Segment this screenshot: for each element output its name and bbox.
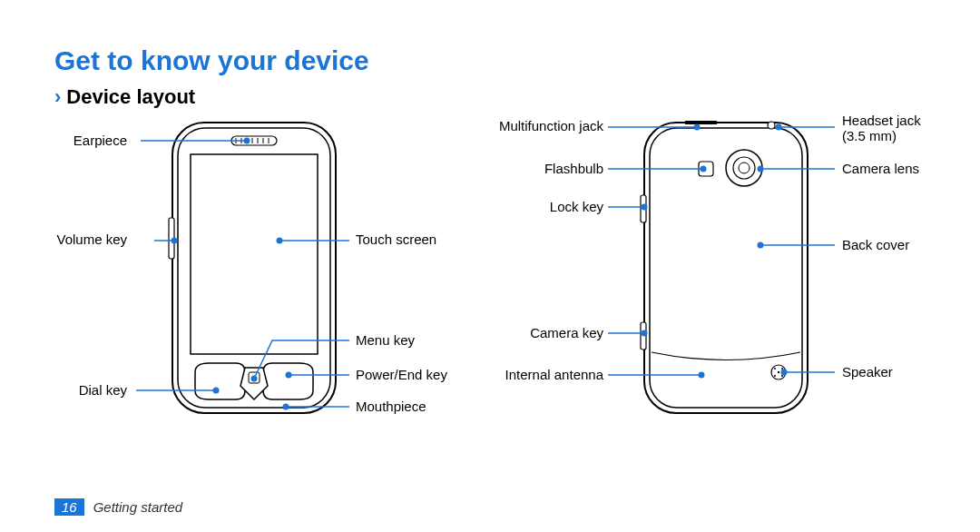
svg-point-42	[781, 375, 783, 377]
svg-point-39	[774, 368, 776, 369]
label-volume-key: Volume key	[27, 232, 127, 247]
svg-point-38	[778, 371, 779, 373]
label-dial-key: Dial key	[27, 382, 127, 398]
svg-point-13	[284, 405, 288, 409]
label-touch-screen: Touch screen	[356, 232, 436, 247]
svg-rect-35	[641, 195, 646, 222]
label-lock-key: Lock key	[481, 199, 603, 214]
svg-rect-36	[641, 322, 646, 350]
page-title: Get to know your device	[54, 45, 926, 76]
chapter-name: Getting started	[93, 499, 182, 515]
section-heading: Device layout	[66, 85, 195, 109]
page-footer: 16 Getting started	[54, 498, 182, 516]
svg-rect-12	[169, 218, 174, 259]
label-flashbulb: Flashbulb	[481, 161, 603, 176]
chevron-right-icon: ›	[54, 85, 61, 109]
svg-point-41	[774, 375, 776, 377]
label-internal-antenna: Internal antenna	[481, 367, 603, 382]
label-headset-jack-line1: Headset jack	[842, 113, 921, 128]
label-camera-key: Camera key	[481, 325, 603, 340]
label-speaker: Speaker	[842, 364, 893, 379]
svg-point-40	[781, 368, 783, 369]
svg-rect-11	[249, 372, 260, 383]
svg-point-31	[739, 163, 750, 173]
label-back-cover: Back cover	[842, 237, 909, 252]
page-number-badge: 16	[54, 498, 84, 516]
phone-front-illustration	[163, 118, 345, 418]
svg-rect-32	[699, 162, 713, 176]
label-headset-jack: Headset jack (3.5 mm)	[842, 113, 921, 143]
svg-rect-10	[191, 154, 318, 354]
svg-point-34	[768, 122, 775, 129]
label-multifunction-jack: Multifunction jack	[481, 118, 603, 133]
device-layout-figures: Earpiece Volume key Dial key Touch scree…	[54, 118, 926, 454]
label-mouthpiece: Mouthpiece	[356, 399, 426, 414]
svg-rect-2	[231, 136, 277, 145]
label-power-end-key: Power/End key	[356, 367, 447, 382]
label-camera-lens: Camera lens	[842, 161, 919, 176]
label-earpiece: Earpiece	[27, 133, 127, 148]
svg-rect-33	[685, 121, 717, 124]
label-menu-key: Menu key	[356, 332, 415, 348]
phone-back-illustration	[635, 118, 817, 418]
label-headset-jack-line2: (3.5 mm)	[842, 128, 897, 143]
